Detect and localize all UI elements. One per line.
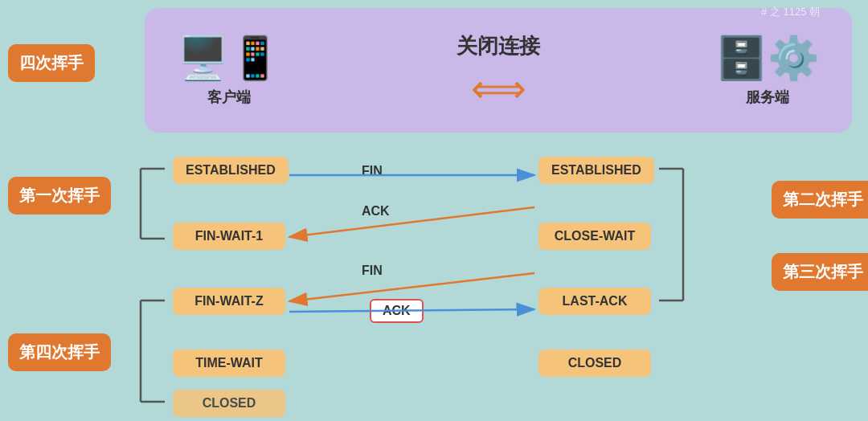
second-handshake-label: 第二次挥手	[772, 181, 868, 219]
fin1-label: FIN	[362, 164, 383, 178]
server-icon: 🗄️⚙️	[715, 34, 820, 83]
state-time-wait: TIME-WAIT	[173, 349, 285, 377]
state-fin-wait-1: FIN-WAIT-1	[173, 223, 285, 250]
ack2-label-box: ACK	[370, 299, 424, 323]
state-established-right: ESTABLISHED	[538, 157, 654, 184]
state-fin-wait-2: FIN-WAIT-Z	[173, 288, 285, 315]
third-handshake-label: 第三次挥手	[772, 253, 868, 291]
fin2-label: FIN	[362, 264, 383, 278]
state-closed-left: CLOSED	[173, 390, 285, 417]
fourth-handshake-label: 第四次挥手	[8, 333, 111, 371]
first-handshake-label: 第一次挥手	[8, 177, 111, 215]
connection-title: 关闭连接	[457, 32, 540, 60]
state-close-wait: CLOSE-WAIT	[538, 223, 651, 250]
server-label: 服务端	[746, 88, 789, 107]
client-box: 🖥️📱 客户端	[177, 34, 281, 107]
state-last-ack: LAST-ACK	[538, 288, 651, 315]
state-established-left: ESTABLISHED	[173, 157, 289, 184]
watermark: # 之 1125 朝	[761, 5, 820, 19]
double-arrow-icon: ⟺	[471, 70, 526, 108]
server-box: 🗄️⚙️ 服务端	[715, 34, 820, 107]
connection-diagram: 🖥️📱 客户端 关闭连接 ⟺ 🗄️⚙️ 服务端	[145, 8, 852, 133]
svg-line-10	[289, 207, 534, 237]
client-label: 客户端	[207, 88, 251, 107]
svg-line-11	[289, 273, 534, 301]
connection-area: 关闭连接 ⟺	[457, 32, 540, 108]
client-icon: 🖥️📱	[177, 34, 281, 83]
four-handshake-label: 四次挥手	[8, 44, 95, 82]
state-closed-right: CLOSED	[538, 349, 651, 377]
ack1-label: ACK	[362, 204, 390, 219]
